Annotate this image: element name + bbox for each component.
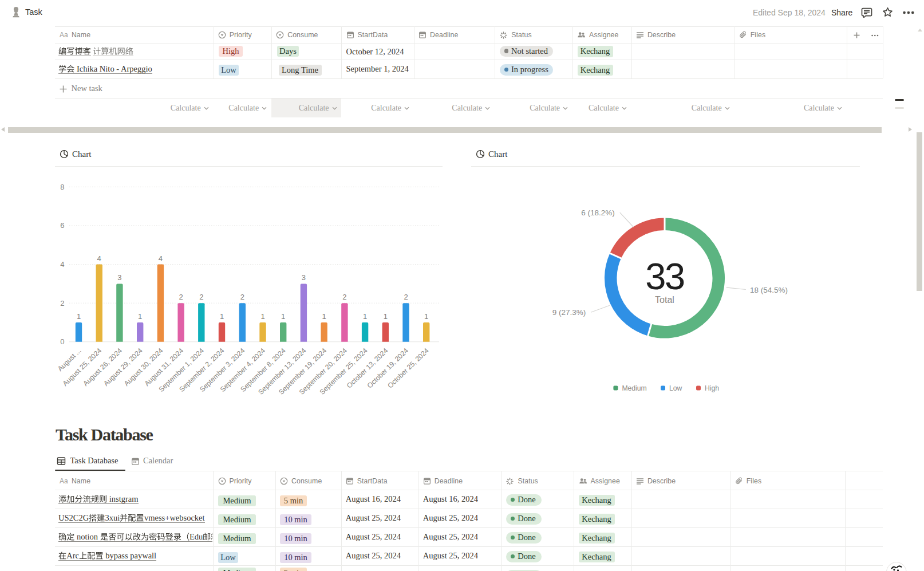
svg-text:6: 6 xyxy=(60,221,64,230)
svg-text:1: 1 xyxy=(77,312,81,321)
svg-text:1: 1 xyxy=(281,312,285,321)
svg-text:Low: Low xyxy=(669,384,682,392)
svg-text:Total: Total xyxy=(655,295,674,305)
svg-text:33: 33 xyxy=(645,255,684,297)
svg-text:3: 3 xyxy=(117,273,121,282)
svg-text:8: 8 xyxy=(60,183,64,191)
svg-text:1: 1 xyxy=(322,312,326,321)
svg-text:4: 4 xyxy=(159,254,163,263)
svg-text:6 (18.2%): 6 (18.2%) xyxy=(581,208,615,217)
svg-text:2: 2 xyxy=(60,299,64,308)
svg-text:18 (54.5%): 18 (54.5%) xyxy=(750,286,788,294)
svg-text:1: 1 xyxy=(384,312,388,321)
svg-text:2: 2 xyxy=(240,293,244,301)
svg-text:2: 2 xyxy=(404,293,408,301)
svg-text:1: 1 xyxy=(220,312,224,321)
svg-text:2: 2 xyxy=(199,293,203,301)
svg-text:1: 1 xyxy=(260,312,264,321)
svg-text:Medium: Medium xyxy=(622,384,646,392)
svg-text:0: 0 xyxy=(60,337,64,346)
svg-text:3: 3 xyxy=(302,273,306,282)
svg-text:4: 4 xyxy=(97,254,101,263)
svg-text:1: 1 xyxy=(424,312,428,321)
svg-text:1: 1 xyxy=(363,312,367,321)
svg-text:1: 1 xyxy=(138,312,142,321)
svg-text:4: 4 xyxy=(60,260,64,269)
svg-text:9 (27.3%): 9 (27.3%) xyxy=(552,308,586,317)
svg-text:2: 2 xyxy=(179,293,183,301)
svg-text:2: 2 xyxy=(342,293,346,301)
svg-text:High: High xyxy=(705,384,719,392)
